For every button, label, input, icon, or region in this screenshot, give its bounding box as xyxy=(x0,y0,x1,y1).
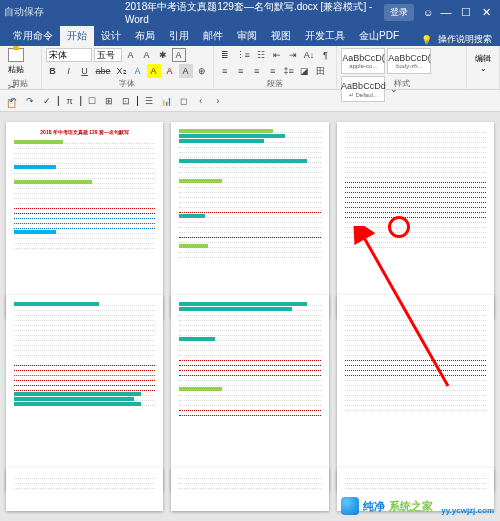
char-shading-button[interactable]: A xyxy=(179,64,193,78)
tell-me-text: 操作说明搜索 xyxy=(438,33,492,46)
phonetic-icon[interactable]: ✱ xyxy=(156,48,170,62)
tab-developer[interactable]: 开发工具 xyxy=(298,26,352,46)
redo-icon[interactable]: ↷ xyxy=(23,94,37,108)
qat-box1-icon[interactable]: ☐ xyxy=(85,94,99,108)
ribbon: 粘贴 ✂ 📋 🖌 剪贴 宋体 五号 A A ✱ A B xyxy=(0,46,500,90)
font-group-label: 字体 xyxy=(46,78,209,89)
tell-me[interactable]: 💡 操作说明搜索 xyxy=(421,33,500,46)
font-size-select[interactable]: 五号 xyxy=(94,48,122,62)
ribbon-group-clipboard: 粘贴 ✂ 📋 🖌 剪贴 xyxy=(0,46,42,89)
align-right-icon[interactable]: ≡ xyxy=(250,64,264,78)
clipboard-icon xyxy=(8,48,24,62)
watermark-logo-icon xyxy=(341,497,359,515)
autosave-label: 自动保存 xyxy=(4,5,44,19)
indent-inc-icon[interactable]: ⇥ xyxy=(286,48,300,62)
font-color-button[interactable]: A xyxy=(163,64,177,78)
indent-dec-icon[interactable]: ⇤ xyxy=(270,48,284,62)
line-spacing-icon[interactable]: ‡≡ xyxy=(282,64,296,78)
window-controls: 登录 ☺ — ☐ ✕ xyxy=(384,2,496,22)
align-center-icon[interactable]: ≡ xyxy=(234,64,248,78)
text-effects-button[interactable]: A xyxy=(131,64,145,78)
qat-chart-icon[interactable]: 📊 xyxy=(159,94,174,108)
page-thumb-5[interactable] xyxy=(171,295,328,491)
clipboard-group-label: 剪贴 xyxy=(4,78,37,89)
tab-mailings[interactable]: 邮件 xyxy=(196,26,230,46)
page-thumb-1[interactable]: 2018 年中考语文真题 129 套—名句默写 xyxy=(6,122,163,318)
tab-review[interactable]: 审阅 xyxy=(230,26,264,46)
tab-jspdf[interactable]: 金山PDF xyxy=(352,26,406,46)
underline-button[interactable]: U xyxy=(78,64,92,78)
page-thumb-4[interactable] xyxy=(6,295,163,491)
borders-icon[interactable]: 田 xyxy=(314,64,328,78)
chevron-down-icon: ⌄ xyxy=(480,64,487,73)
shrink-font-icon[interactable]: A xyxy=(140,48,154,62)
paste-label: 粘贴 xyxy=(8,64,24,75)
numbering-icon[interactable]: ⋮≡ xyxy=(234,48,252,62)
document-area[interactable]: 2018 年中考语文真题 129 套—名句默写 xyxy=(0,112,500,521)
italic-button[interactable]: I xyxy=(62,64,76,78)
close-button[interactable]: ✕ xyxy=(476,2,496,22)
show-marks-icon[interactable]: ¶ xyxy=(318,48,332,62)
editing-label: 编辑 xyxy=(475,53,491,64)
sort-icon[interactable]: A↓ xyxy=(302,48,317,62)
tab-commands[interactable]: 常用命令 xyxy=(6,26,60,46)
tab-layout[interactable]: 布局 xyxy=(128,26,162,46)
highlight-button[interactable]: A xyxy=(147,64,161,78)
ribbon-group-font: 宋体 五号 A A ✱ A B I U abe X₂ A A A A xyxy=(42,46,214,89)
doc-heading: 2018 年中考语文真题 129 套—名句默写 xyxy=(14,128,155,136)
titlebar: 自动保存 2018年中考语文真题129套—名句默写.docx [兼容模式] - … xyxy=(0,0,500,24)
tab-home[interactable]: 开始 xyxy=(60,26,94,46)
page-thumb-7[interactable] xyxy=(6,468,163,511)
login-button[interactable]: 登录 xyxy=(384,4,414,21)
paragraph-group-label: 段落 xyxy=(218,78,333,89)
face-icon[interactable]: ☺ xyxy=(420,4,436,20)
qat-box3-icon[interactable]: ⊡ xyxy=(119,94,133,108)
bold-button[interactable]: B xyxy=(46,64,60,78)
page-thumb-3[interactable] xyxy=(337,122,494,318)
qat-next-icon[interactable]: › xyxy=(211,94,225,108)
font-name-select[interactable]: 宋体 xyxy=(46,48,92,62)
paste-button[interactable]: 粘贴 xyxy=(4,48,28,78)
watermark: 纯净系统之家 yy.ycwjzj.com xyxy=(341,497,494,515)
qat-rect-icon[interactable]: ◻ xyxy=(177,94,191,108)
character-border-icon[interactable]: A xyxy=(172,48,186,62)
page-thumb-2[interactable] xyxy=(171,122,328,318)
strike-button[interactable]: abe xyxy=(94,64,113,78)
ribbon-group-editing: 编辑 ⌄ xyxy=(467,46,500,89)
ribbon-group-paragraph: ≣ ⋮≡ ☷ ⇤ ⇥ A↓ ¶ ≡ ≡ ≡ ≡ ‡≡ ◪ 田 xyxy=(214,46,338,89)
ribbon-tabs: 常用命令 开始 设计 布局 引用 邮件 审阅 视图 开发工具 金山PDF 💡 操… xyxy=(0,24,500,46)
restore-button[interactable]: ☐ xyxy=(456,2,476,22)
qat-prev-icon[interactable]: ‹ xyxy=(194,94,208,108)
document-title: 2018年中考语文真题129套—名句默写.docx [兼容模式] - Word xyxy=(125,0,375,25)
page-thumb-6[interactable] xyxy=(337,295,494,491)
bullets-icon[interactable]: ≣ xyxy=(218,48,232,62)
tab-design[interactable]: 设计 xyxy=(94,26,128,46)
tab-references[interactable]: 引用 xyxy=(162,26,196,46)
align-justify-icon[interactable]: ≡ xyxy=(266,64,280,78)
equation-icon[interactable]: π xyxy=(63,94,77,108)
editing-button[interactable]: 编辑 ⌄ xyxy=(471,48,495,78)
style-item-2[interactable]: AaBbCcD( body-zh... xyxy=(387,48,431,74)
enclose-button[interactable]: ⊕ xyxy=(195,64,209,78)
undo-icon[interactable]: ↶ xyxy=(6,94,20,108)
tell-me-icon: 💡 xyxy=(421,35,432,45)
qat-box2-icon[interactable]: ⊞ xyxy=(102,94,116,108)
shading-icon[interactable]: ◪ xyxy=(298,64,312,78)
align-left-icon[interactable]: ≡ xyxy=(218,64,232,78)
style-item-1[interactable]: AaBbCcD( apple-co... xyxy=(341,48,385,74)
qat-check-icon[interactable]: ✓ xyxy=(40,94,54,108)
minimize-button[interactable]: — xyxy=(436,2,456,22)
ribbon-group-styles: AaBbCcD( apple-co... AaBbCcD( body-zh...… xyxy=(337,46,467,89)
page-thumb-8[interactable] xyxy=(171,468,328,511)
tab-view[interactable]: 视图 xyxy=(264,26,298,46)
subscript-button[interactable]: X₂ xyxy=(115,64,129,78)
styles-group-label: 样式 xyxy=(341,78,462,89)
multilevel-icon[interactable]: ☷ xyxy=(254,48,268,62)
grow-font-icon[interactable]: A xyxy=(124,48,138,62)
qat-lines-icon[interactable]: ☰ xyxy=(142,94,156,108)
quick-access-toolbar: ↶ ↷ ✓ | π | ☐ ⊞ ⊡ | ☰ 📊 ◻ ‹ › xyxy=(0,90,500,112)
